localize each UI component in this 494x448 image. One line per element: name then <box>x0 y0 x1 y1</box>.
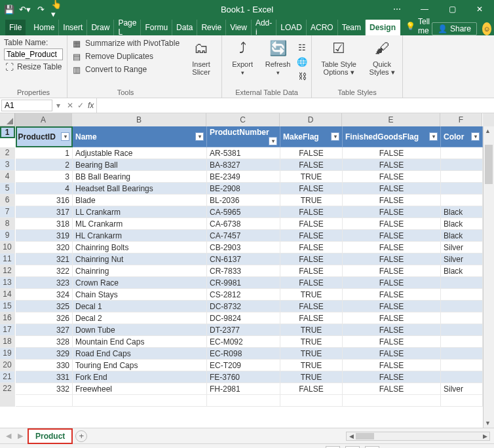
cell[interactable] <box>441 336 483 348</box>
tab-formu[interactable]: Formu <box>141 20 172 35</box>
horizontal-scrollbar[interactable]: ◀ ▶ <box>346 432 490 441</box>
cell[interactable]: Touring End Caps <box>73 360 207 371</box>
row-header[interactable]: 2 <box>0 147 15 159</box>
filter-icon[interactable]: ▾ <box>331 132 339 141</box>
undo-icon[interactable]: ↶▾ <box>20 4 30 14</box>
sheet-nav-prev[interactable]: ◀ <box>4 432 13 440</box>
filter-icon[interactable]: ▾ <box>269 137 277 145</box>
cell[interactable]: FALSE <box>343 348 441 360</box>
filter-icon[interactable]: ▾ <box>429 132 438 141</box>
cell[interactable]: BE-2349 <box>207 171 280 183</box>
cell[interactable] <box>441 324 483 336</box>
cell[interactable]: 2 <box>16 159 73 171</box>
row-header[interactable]: 18 <box>0 336 15 348</box>
tab-add-i[interactable]: Add-i <box>252 20 276 35</box>
row-header[interactable]: 3 <box>0 159 15 171</box>
cell[interactable]: FE-3760 <box>207 371 280 383</box>
cell[interactable]: CA-7457 <box>207 230 280 242</box>
cell[interactable]: FALSE <box>343 206 441 218</box>
cell[interactable]: FALSE <box>343 265 441 277</box>
new-sheet-button[interactable]: + <box>75 430 87 442</box>
cell[interactable]: 3 <box>16 171 73 183</box>
cell[interactable]: Blade <box>73 195 207 206</box>
cell[interactable]: 329 <box>16 348 73 360</box>
cell[interactable]: FALSE <box>280 218 343 230</box>
cell[interactable]: 322 <box>16 265 73 277</box>
table-header-finishedgoodsflag[interactable]: FinishedGoodsFlag▾ <box>343 126 441 147</box>
row-header[interactable]: 14 <box>0 289 15 301</box>
col-header-b[interactable]: B <box>72 113 206 126</box>
cell[interactable]: Black <box>441 206 483 218</box>
cell[interactable]: 327 <box>16 324 73 336</box>
cell[interactable]: 325 <box>16 301 73 312</box>
cell[interactable]: CR-9981 <box>207 277 280 289</box>
cell[interactable]: Headset Ball Bearings <box>73 183 207 195</box>
cell[interactable]: Silver <box>441 383 483 395</box>
cell[interactable] <box>441 195 483 206</box>
properties-icon[interactable]: ☷ <box>297 42 307 52</box>
select-all-corner[interactable] <box>0 113 15 126</box>
filter-icon[interactable]: ▾ <box>471 132 480 141</box>
insert-slicer-button[interactable]: 🗂 Insert Slicer <box>185 38 218 96</box>
cell[interactable]: DC-9824 <box>207 312 280 324</box>
cell[interactable]: Crown Race <box>73 277 207 289</box>
cell[interactable]: CN-6137 <box>207 253 280 265</box>
fx-label[interactable]: fx <box>88 101 96 110</box>
cell[interactable]: FALSE <box>280 147 343 159</box>
row-header[interactable]: 19 <box>0 348 15 360</box>
cell[interactable]: Chainring Nut <box>73 253 207 265</box>
cell[interactable]: Black <box>441 230 483 242</box>
cell[interactable]: FALSE <box>343 183 441 195</box>
cell[interactable]: BA-8327 <box>207 159 280 171</box>
feedback-icon[interactable]: ☺ <box>482 22 491 35</box>
cell[interactable]: 316 <box>16 195 73 206</box>
cell[interactable] <box>441 147 483 159</box>
cell[interactable]: FALSE <box>280 312 343 324</box>
col-header-f[interactable]: F <box>440 113 482 126</box>
cell[interactable]: AR-5381 <box>207 147 280 159</box>
hscroll-thumb[interactable] <box>356 433 374 439</box>
table-header-productnumber[interactable]: ProductNumber▾ <box>207 126 280 147</box>
sheet-tab-product[interactable]: Product <box>28 428 73 444</box>
cell[interactable]: TRUE <box>280 360 343 371</box>
cell[interactable]: FALSE <box>280 206 343 218</box>
refresh-button[interactable]: 🔄Refresh▾ <box>261 38 294 81</box>
filter-icon[interactable]: ▾ <box>61 132 69 141</box>
cell[interactable]: FALSE <box>343 171 441 183</box>
col-header-a[interactable]: A <box>15 113 72 126</box>
cell[interactable]: Fork End <box>73 371 207 383</box>
cell[interactable]: FALSE <box>343 312 441 324</box>
cell[interactable]: Adjustable Race <box>73 147 207 159</box>
namebox-dropdown-icon[interactable]: ▾ <box>54 101 63 110</box>
cell[interactable]: CA-5965 <box>207 206 280 218</box>
cell[interactable]: FALSE <box>280 183 343 195</box>
col-header-e[interactable]: E <box>342 113 440 126</box>
enter-formula-icon[interactable]: ✓ <box>77 101 84 110</box>
cell[interactable]: 320 <box>16 242 73 253</box>
tab-data[interactable]: Data <box>172 20 197 35</box>
cell[interactable]: Chain Stays <box>73 289 207 301</box>
cell[interactable]: FALSE <box>280 265 343 277</box>
tab-design[interactable]: Design <box>366 20 400 35</box>
filter-icon[interactable]: ▾ <box>195 132 204 141</box>
cell[interactable]: FALSE <box>343 147 441 159</box>
cell[interactable]: Black <box>441 218 483 230</box>
tab-revie[interactable]: Revie <box>197 20 226 35</box>
tab-insert[interactable]: Insert <box>59 20 87 35</box>
row-header[interactable]: 11 <box>0 253 15 265</box>
cell[interactable] <box>441 183 483 195</box>
quick-styles-button[interactable]: 🖌Quick Styles ▾ <box>366 38 398 77</box>
cancel-formula-icon[interactable]: ✕ <box>67 101 73 110</box>
remove-duplicates-button[interactable]: ▤Remove Duplicates <box>71 51 180 62</box>
row-header[interactable]: 10 <box>0 242 15 253</box>
row-header[interactable]: 15 <box>0 301 15 312</box>
cell[interactable]: Chainring <box>73 265 207 277</box>
tab-team[interactable]: Team <box>338 20 366 35</box>
cell[interactable]: LL Crankarm <box>73 206 207 218</box>
cell[interactable] <box>441 371 483 383</box>
cell[interactable]: 321 <box>16 253 73 265</box>
cell[interactable]: 326 <box>16 312 73 324</box>
cell[interactable]: FALSE <box>343 324 441 336</box>
row-header[interactable]: 20 <box>0 360 15 371</box>
cell[interactable]: FALSE <box>343 360 441 371</box>
